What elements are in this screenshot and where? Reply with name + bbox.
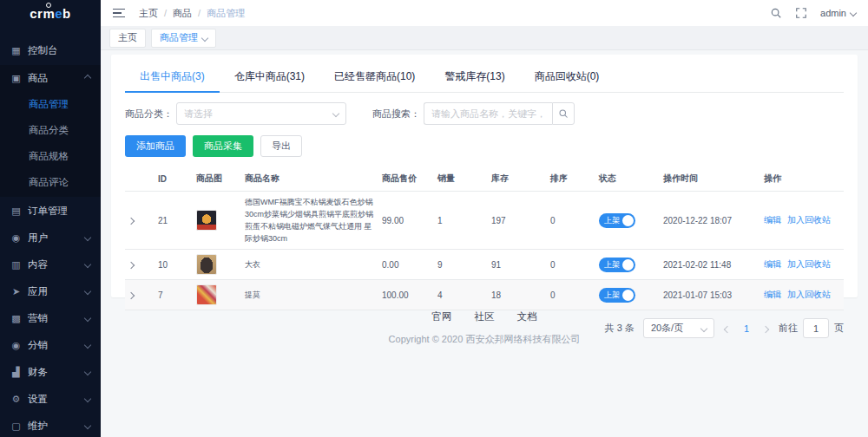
cell-sort: 0 [547,192,595,250]
category-select[interactable]: 请选择 [176,102,346,125]
prev-page-button[interactable] [723,323,732,334]
chevron-down-icon [84,234,91,241]
product-thumbnail[interactable] [196,254,217,275]
expand-row-icon[interactable] [128,217,135,224]
export-button[interactable]: 导出 [260,135,302,157]
expand-row-icon[interactable] [128,261,135,268]
chevron-down-icon [84,422,91,429]
search-icon[interactable] [770,7,782,19]
breadcrumb-goods[interactable]: 商品 [173,7,192,20]
next-page-button[interactable] [761,323,770,334]
user-menu[interactable]: admin [820,8,856,18]
chevron-down-icon [84,261,91,268]
sidebar-item-content[interactable]: ▥ 内容 [0,251,101,277]
tab-in-warehouse[interactable]: 仓库中商品(31) [220,62,319,92]
maintenance-icon: ▢ [10,421,22,432]
tab-recycle-bin[interactable]: 商品回收站(0) [520,62,615,92]
category-label: 商品分类： [125,108,173,121]
search-submit-button[interactable] [552,102,575,125]
cell-stock: 197 [488,192,547,250]
col-actions: 操作 [760,166,844,192]
goods-tabs: 出售中商品(3) 仓库中商品(31) 已经售罄商品(10) 警戒库存(13) 商… [125,62,844,93]
marketing-icon: ▩ [10,313,22,324]
product-thumbnail[interactable] [196,210,217,231]
col-id: ID [155,166,193,192]
sidebar-item-dashboard[interactable]: ▦ 控制台 [0,37,101,63]
sidebar-item-goods-category[interactable]: 商品分类 [0,117,101,143]
sidebar-nav: ▦ 控制台 ▣ 商品 商品管理 商品分类 商品规格 商品评论 ▤ 订单管理 ◉ [0,26,101,437]
expand-row-icon[interactable] [128,291,135,298]
status-toggle[interactable]: 上架 [599,213,635,228]
sidebar-item-goods-comment[interactable]: 商品评论 [0,169,101,195]
sidebar-item-goods-spec[interactable]: 商品规格 [0,143,101,169]
sidebar-item-apps[interactable]: ➤ 应用 [0,278,101,304]
brand-logo[interactable]: crmeb [0,0,101,26]
sidebar-item-users[interactable]: ◉ 用户 [0,225,101,251]
sidebar-item-orders[interactable]: ▤ 订单管理 [0,198,101,224]
footer-link-docs[interactable]: 文档 [517,310,537,323]
product-thumbnail[interactable] [196,284,217,305]
dashboard-icon: ▦ [10,45,22,56]
tag-goods-manage[interactable]: 商品管理 [151,29,216,48]
sidebar-item-distribution[interactable]: ◉ 分销 [0,332,101,358]
sidebar-item-finance[interactable]: ▟ 财务 [0,359,101,385]
table-header-row: ID 商品图 商品名称 商品售价 销量 库存 排序 状态 操作时间 操作 [125,166,844,192]
cell-sort: 0 [547,250,595,280]
status-toggle[interactable]: 上架 [599,258,635,272]
tag-home[interactable]: 主页 [109,29,146,48]
logo-ring-icon [46,3,51,8]
tab-on-sale[interactable]: 出售中商品(3) [125,62,220,93]
sidebar-item-settings[interactable]: ⚙ 设置 [0,386,101,412]
status-toggle[interactable]: 上架 [599,288,635,303]
fullscreen-icon[interactable] [795,7,807,19]
finance-icon: ▟ [10,367,22,378]
sidebar-item-label: 分销 [28,339,48,352]
user-icon: ◉ [10,232,22,244]
cell-id: 7 [155,280,193,310]
footer-link-official[interactable]: 官网 [432,310,452,323]
chevron-down-icon [84,288,91,295]
sidebar-item-label: 应用 [28,285,48,298]
sidebar-item-label: 财务 [28,366,48,379]
edit-link[interactable]: 编辑 [764,290,781,299]
menu-toggle-icon[interactable] [113,9,125,18]
goto-page-input[interactable] [803,318,829,338]
breadcrumb-current: 商品管理 [207,7,245,20]
col-image: 商品图 [193,166,241,192]
tab-low-stock[interactable]: 警戒库存(13) [430,62,519,92]
cell-price: 0.00 [378,250,434,280]
recycle-link[interactable]: 加入回收站 [787,290,831,299]
logo-text: m [43,6,55,21]
chevron-down-icon [700,324,707,331]
breadcrumb-home[interactable]: 主页 [139,7,158,20]
goto-unit: 页 [834,322,844,335]
footer-link-community[interactable]: 社区 [475,310,495,323]
username: admin [820,8,846,18]
recycle-link[interactable]: 加入回收站 [787,259,831,269]
sidebar-subitem-label: 商品评论 [29,176,69,189]
collect-goods-button[interactable]: 商品采集 [193,135,253,157]
recycle-link[interactable]: 加入回收站 [787,215,831,225]
goods-table: ID 商品图 商品名称 商品售价 销量 库存 排序 状态 操作时间 操作 [125,166,844,310]
open-tags-bar: 主页 商品管理 [101,26,868,50]
cell-name: 提莫 [241,280,378,310]
sidebar-item-goods-manage[interactable]: 商品管理 [0,91,101,117]
edit-link[interactable]: 编辑 [764,215,781,225]
current-page[interactable]: 1 [740,323,753,334]
tab-sold-out[interactable]: 已经售罄商品(10) [319,62,430,92]
chevron-up-icon [84,75,91,82]
order-icon: ▤ [10,205,22,217]
sidebar-item-label: 内容 [28,258,48,271]
sidebar-item-marketing[interactable]: ▩ 营销 [0,305,101,331]
cell-time: 2021-02-02 11:48 [660,250,760,280]
breadcrumb-separator: / [198,8,201,18]
page-footer: 官网 社区 文档 Copyright © 2020 西安众邦网络科技有限公司 [101,310,868,346]
sidebar-item-maintenance[interactable]: ▢ 维护 [0,413,101,437]
sidebar-subitem-label: 商品管理 [29,98,69,111]
add-goods-button[interactable]: 添加商品 [125,135,186,157]
edit-link[interactable]: 编辑 [764,259,781,269]
goods-search-input[interactable] [424,102,552,125]
sidebar-item-goods[interactable]: ▣ 商品 [0,65,101,91]
status-label: 上架 [604,215,620,226]
page-size-select[interactable]: 20条/页 [643,318,714,338]
